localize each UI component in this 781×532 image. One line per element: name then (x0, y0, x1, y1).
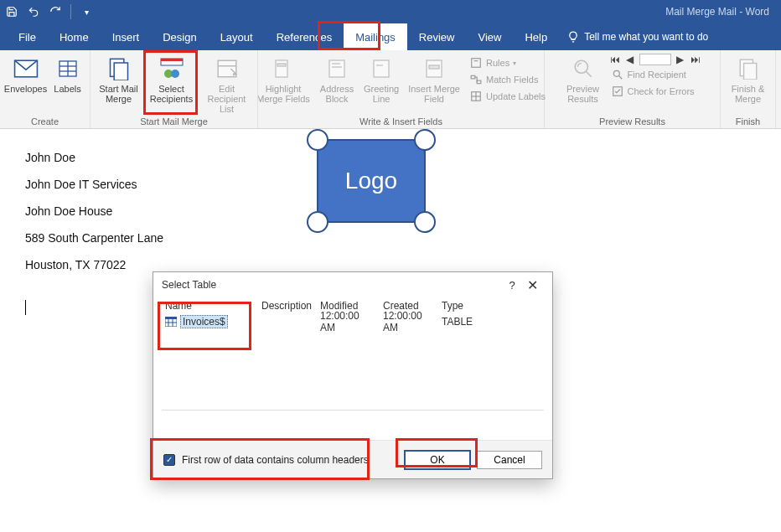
col-type-header[interactable]: Type (438, 300, 497, 312)
record-number-input[interactable] (639, 54, 671, 65)
recipients-icon (158, 55, 185, 82)
svg-rect-25 (477, 80, 481, 84)
first-row-headers-label[interactable]: First row of data contains column header… (182, 454, 398, 466)
match-fields-icon (469, 73, 483, 86)
tab-file[interactable]: File (7, 23, 48, 50)
check-errors-icon (611, 85, 624, 98)
labels-button[interactable]: Labels (50, 54, 85, 96)
nav-next-icon[interactable]: ▶ (675, 54, 686, 65)
tab-mailings[interactable]: Mailings (344, 23, 407, 50)
tab-help[interactable]: Help (513, 23, 559, 50)
svg-rect-22 (472, 59, 481, 68)
table-row[interactable]: Invoices$ 12:00:00 AM 12:00:00 AM TABLE (162, 314, 544, 329)
tab-review[interactable]: Review (407, 23, 467, 50)
update-labels-label: Update Labels (486, 91, 546, 101)
tab-design[interactable]: Design (151, 23, 208, 50)
tab-home[interactable]: Home (48, 23, 101, 50)
save-icon[interactable] (5, 5, 18, 18)
cancel-button[interactable]: Cancel (477, 451, 542, 469)
svg-point-10 (171, 70, 179, 78)
insert-merge-field-icon (421, 55, 447, 82)
greeting-line-button[interactable]: Greeting Line (360, 54, 402, 106)
finish-merge-label: Finish & Merge (727, 84, 769, 104)
address-block-label: Address Block (318, 84, 355, 104)
insert-merge-field-button[interactable]: Insert Merge Field (406, 54, 463, 106)
select-recipients-button[interactable]: Select Recipients (146, 54, 198, 106)
svg-rect-13 (276, 60, 287, 77)
group-finish-label: Finish (726, 116, 770, 128)
col-description-header[interactable]: Description (258, 300, 317, 312)
svg-rect-6 (114, 63, 127, 80)
match-fields-button[interactable]: Match Fields (468, 72, 547, 87)
tab-references[interactable]: References (265, 23, 344, 50)
lightbulb-icon (567, 31, 579, 43)
check-errors-label: Check for Errors (628, 86, 695, 96)
edit-recipient-list-button[interactable]: Edit Recipient List (201, 54, 253, 116)
svg-line-32 (618, 76, 622, 80)
group-write-label: Write & Insert Fields (263, 116, 539, 128)
tell-me-label: Tell me what you want to do (584, 31, 708, 43)
nav-prev-icon[interactable]: ◀ (624, 54, 636, 65)
envelopes-button[interactable]: Envelopes (5, 54, 47, 96)
rules-icon (469, 56, 483, 70)
svg-line-30 (586, 71, 592, 77)
col-name-header[interactable]: Name (162, 300, 258, 312)
undo-icon[interactable] (27, 5, 40, 18)
table-list[interactable]: Name Description Modified Created Type I… (162, 297, 544, 411)
tab-view[interactable]: View (466, 23, 513, 50)
rules-label: Rules (486, 58, 509, 68)
ok-button[interactable]: OK (405, 451, 470, 469)
nav-last-icon[interactable]: ⏭ (690, 54, 701, 65)
highlight-fields-icon (270, 55, 297, 82)
nav-first-icon[interactable]: ⏮ (609, 54, 621, 65)
find-recipient-button[interactable]: Find Recipient (609, 67, 701, 82)
svg-rect-15 (329, 60, 344, 77)
svg-rect-8 (161, 59, 183, 61)
logo-text: Logo (345, 168, 397, 194)
highlight-mf-label: Highlight Merge Fields (255, 84, 312, 104)
check-errors-button[interactable]: Check for Errors (609, 84, 701, 99)
dialog-close-button[interactable]: ✕ (520, 277, 544, 293)
dialog-help-button[interactable]: ? (504, 279, 520, 292)
svg-point-31 (613, 70, 619, 76)
doc-line-5: Houston, TX 77022 (25, 258, 756, 271)
greeting-icon (368, 55, 395, 82)
preview-results-button[interactable]: Preview Results (562, 54, 604, 106)
start-mail-merge-button[interactable]: Start Mail Merge (96, 54, 142, 106)
row-created-cell: 12:00:00 AM (380, 310, 438, 333)
logo-notch (307, 129, 328, 151)
qat-customize-icon[interactable]: ▾ (80, 5, 93, 18)
window-title: Mail Merge Mail - Word (665, 6, 781, 18)
rules-button[interactable]: Rules▾ (468, 55, 547, 70)
text-cursor (25, 300, 26, 315)
select-recipients-label: Select Recipients (147, 84, 196, 104)
preview-icon (570, 55, 597, 82)
doc-line-4: 589 South Carpenter Lane (25, 231, 756, 245)
first-row-headers-checkbox[interactable]: ✓ (163, 454, 175, 466)
edit-list-icon (214, 55, 241, 82)
finish-merge-button[interactable]: Finish & Merge (726, 54, 771, 106)
logo-shape: Logo (317, 139, 426, 223)
envelopes-label: Envelopes (4, 84, 47, 94)
svg-rect-18 (374, 60, 389, 77)
find-recipient-icon (611, 68, 624, 81)
redo-icon[interactable] (49, 5, 62, 18)
match-fields-label: Match Fields (486, 75, 538, 85)
start-mm-label: Start Mail Merge (97, 84, 141, 104)
group-create-label: Create (5, 116, 85, 128)
group-start-label: Start Mail Merge (96, 116, 252, 128)
highlight-merge-fields-button[interactable]: Highlight Merge Fields (253, 54, 313, 106)
logo-notch (307, 211, 328, 233)
tab-layout[interactable]: Layout (209, 23, 265, 50)
tab-insert[interactable]: Insert (101, 23, 152, 50)
address-block-button[interactable]: Address Block (317, 54, 357, 106)
preview-label: Preview Results (564, 84, 603, 104)
tell-me-search[interactable]: Tell me what you want to do (559, 23, 716, 50)
find-recipient-label: Find Recipient (628, 70, 686, 80)
horizontal-scrollbar[interactable] (162, 410, 544, 411)
update-labels-button[interactable]: Update Labels (468, 89, 547, 104)
insert-mf-label: Insert Merge Field (407, 84, 461, 104)
update-labels-icon (469, 90, 483, 103)
finish-merge-icon (735, 55, 762, 82)
mail-merge-icon (106, 55, 132, 82)
